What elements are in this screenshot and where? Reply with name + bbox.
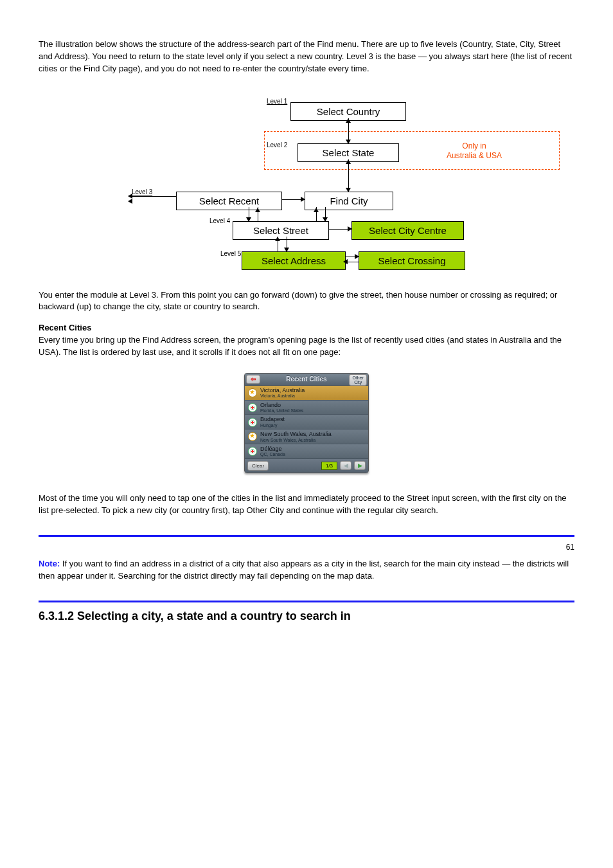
screenshot-header: ⇦ Recent Cities Other City <box>245 374 368 385</box>
intro-paragraph: The illustration below shows the structu… <box>39 39 574 75</box>
city-sub: New South Wales, Australia <box>260 438 332 442</box>
note-australia-usa: Only in Australia & USA <box>447 141 502 161</box>
city-name: New South Wales, Australia <box>260 431 332 437</box>
divider-blue-bottom <box>39 601 574 602</box>
list-item[interactable]: New South Wales, Australia New South Wal… <box>245 429 368 444</box>
divider-blue-top <box>39 535 574 537</box>
label-level-1: Level 1 <box>267 97 287 107</box>
address-search-diagram: Level 1 Level 2 Level 3 Level 4 Level 5 … <box>56 88 557 278</box>
other-city-button[interactable]: Other City <box>349 374 367 386</box>
list-item[interactable]: Victoria, Australia Victoria, Australia <box>245 385 368 400</box>
note-label: Note: <box>39 559 60 568</box>
section-title: Selecting a city, a state and a country … <box>77 610 351 622</box>
city-sub: Victoria, Australia <box>260 393 305 398</box>
target-icon <box>248 403 257 412</box>
box-select-city-centre: Select City Centre <box>351 221 464 240</box>
paragraph-recent-cities-body: Every time you bring up the Find Address… <box>39 335 562 357</box>
recent-cities-screenshot: ⇦ Recent Cities Other City Victoria, Aus… <box>244 373 369 474</box>
back-arrow-icon: ⇦ <box>251 375 256 384</box>
note-paragraph: Note: If you want to find an address in … <box>39 558 574 583</box>
list-item[interactable]: Budapest Hungary <box>245 414 368 429</box>
page-indicator: 1/3 <box>321 462 337 471</box>
star-icon <box>248 432 257 441</box>
city-sub: Florida, United States <box>260 408 303 413</box>
paragraph-recent-cities-intro: Recent Cities Every time you bring up th… <box>39 322 574 359</box>
list-item[interactable]: Orlando Florida, United States <box>245 400 368 415</box>
page-next-button[interactable]: ▶ <box>354 461 366 470</box>
body-paragraph: placeholder paragraph placeholder paragr… <box>39 627 574 651</box>
city-name: Victoria, Australia <box>260 388 305 393</box>
screenshot-footer: Clear 1/3 ◀ ▶ <box>245 458 368 473</box>
label-level-5: Level 5 <box>220 249 241 259</box>
city-name: Orlando <box>260 402 303 408</box>
back-button[interactable]: ⇦ <box>246 375 260 384</box>
box-select-street: Select Street <box>233 221 329 240</box>
city-sub: Hungary <box>260 423 285 428</box>
paragraph-module-entry: You enter the module at Level 3. From th… <box>39 289 574 314</box>
recent-cities-list: Victoria, Australia Victoria, Australia … <box>245 385 368 458</box>
box-select-address: Select Address <box>242 251 346 271</box>
star-icon <box>248 388 257 397</box>
page-prev-button[interactable]: ◀ <box>340 461 351 470</box>
section-number: 6.3.1.2 <box>39 610 74 622</box>
paragraph-after-screenshot: Most of the time you will only need to t… <box>39 493 574 517</box>
label-level-4: Level 4 <box>209 217 230 226</box>
box-select-crossing: Select Crossing <box>359 251 465 271</box>
city-sub: QC, Canada <box>260 452 285 457</box>
list-item[interactable]: Déléage QC, Canada <box>245 444 368 458</box>
note-body: If you want to find an address in a dist… <box>39 559 569 581</box>
target-icon <box>248 447 257 456</box>
recent-cities-heading: Recent Cities <box>39 323 91 332</box>
city-name: Budapest <box>260 417 285 422</box>
city-name: Déléage <box>260 446 285 452</box>
target-icon <box>248 418 257 427</box>
page-number: 61 <box>39 542 574 553</box>
box-select-recent: Select Recent <box>176 192 282 211</box>
section-heading: 6.3.1.2 Selecting a city, a state and a … <box>39 608 574 624</box>
clear-button[interactable]: Clear <box>247 461 269 471</box>
